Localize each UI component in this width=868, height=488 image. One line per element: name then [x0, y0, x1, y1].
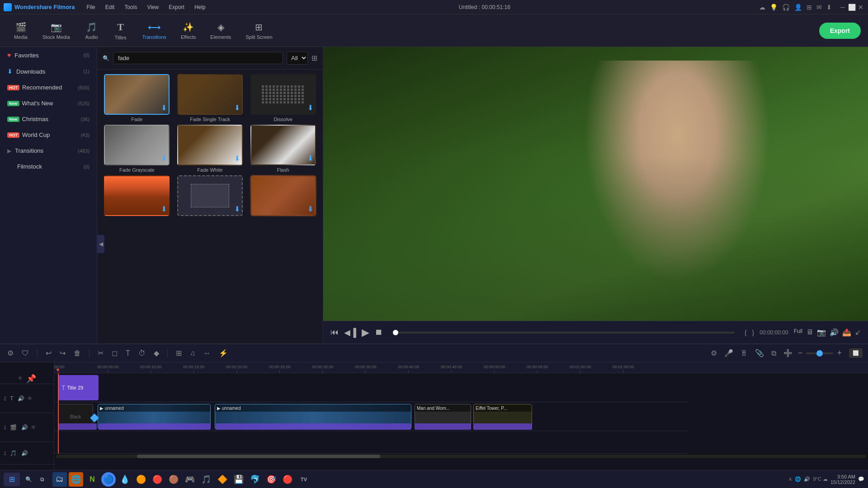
panel-worldcup[interactable]: HOT World Cup (43): [2, 127, 95, 142]
transition-fade-grayscale[interactable]: ⬇ Fade Grayscale: [102, 125, 172, 173]
cloud-icon[interactable]: ☁: [759, 4, 765, 11]
snapshot-icon[interactable]: 🖥: [806, 328, 813, 337]
tool-splitscreen[interactable]: ⊞ Split Screen: [239, 19, 278, 42]
transition-tool[interactable]: ↔: [202, 347, 212, 359]
panel-downloads[interactable]: ⬇ Downloads (1): [2, 64, 95, 79]
screenshot-icon[interactable]: 📷: [817, 328, 826, 337]
zoom-in-button[interactable]: +: [837, 348, 842, 358]
taskbar-spotify[interactable]: 🎵: [199, 472, 213, 487]
undo-tool[interactable]: ↩: [44, 347, 53, 359]
transition-dashed[interactable]: ⬇: [175, 175, 245, 218]
taskbar-chevron-up[interactable]: ∧: [788, 476, 792, 482]
play-button[interactable]: ▶: [362, 327, 369, 338]
taskbar-search-button[interactable]: 🔍: [22, 473, 35, 486]
tool-transitions[interactable]: ⟷ Transitions: [136, 19, 173, 42]
layout-icon[interactable]: ⊞: [807, 4, 812, 11]
shield-tool[interactable]: 🛡: [20, 347, 31, 359]
panel-christmas[interactable]: New Christmas (36): [2, 112, 95, 127]
taskbar-chrome[interactable]: 🔵: [101, 472, 116, 487]
taskbar-app6[interactable]: 💾: [231, 472, 246, 487]
video-eye-btn[interactable]: 👁: [31, 424, 36, 431]
cut-tool[interactable]: ✂: [96, 347, 105, 359]
export-button[interactable]: Export: [819, 23, 861, 39]
export-preview-icon[interactable]: 📤: [842, 328, 851, 337]
panel-favorites[interactable]: ♥ Favorites (0): [2, 47, 95, 63]
zoom-slider[interactable]: [806, 352, 833, 354]
taskbar-app4[interactable]: 🟤: [166, 472, 181, 487]
adjust-tool[interactable]: ⊞: [174, 347, 184, 359]
taskbar-file-explorer[interactable]: 🗂: [52, 472, 67, 487]
tool-audio[interactable]: 🎵 Audio: [78, 19, 105, 42]
mic-icon[interactable]: 🎤: [722, 347, 735, 359]
audio-tool[interactable]: ♫: [188, 347, 197, 359]
headphone-icon[interactable]: 🎧: [782, 4, 790, 11]
add-media-icon[interactable]: ➕: [782, 347, 794, 359]
zoom-out-button[interactable]: −: [798, 348, 803, 358]
stop-button[interactable]: ⏹: [375, 328, 383, 337]
maximize-button[interactable]: ⬜: [848, 4, 855, 11]
preview-timeline-slider[interactable]: [393, 332, 735, 333]
zoom-select[interactable]: Full: [794, 328, 802, 337]
redo-tool[interactable]: ↪: [58, 347, 67, 359]
panel-collapse-button[interactable]: ◀: [97, 235, 104, 253]
notification-icon[interactable]: 💬: [858, 476, 864, 482]
settings-tool[interactable]: ⚙: [5, 347, 15, 359]
color-tool[interactable]: ◆: [152, 347, 161, 359]
music-mute-btn[interactable]: 🔊: [21, 450, 28, 456]
taskbar-app1[interactable]: 💧: [118, 472, 132, 487]
marker-in-icon[interactable]: {: [745, 329, 747, 336]
scrollbar-thumb[interactable]: [137, 455, 380, 458]
delete-tool[interactable]: 🗑: [72, 347, 83, 359]
prev-frame-button[interactable]: ⏮: [330, 328, 339, 337]
minimize-button[interactable]: ─: [839, 4, 846, 11]
transition-fade[interactable]: ⬇ Fade: [102, 74, 172, 122]
transition-fade-white[interactable]: ⬇ Fade White: [175, 125, 245, 173]
add-track-button[interactable]: +: [18, 374, 23, 383]
transition-fade-single[interactable]: ⬇ Fade Single Track: [175, 74, 245, 122]
transition-mountain[interactable]: ⬇: [102, 175, 172, 218]
taskbar-teamviewer[interactable]: TV: [297, 472, 311, 487]
taskbar-app2[interactable]: 🟠: [134, 472, 148, 487]
menu-view[interactable]: View: [142, 3, 163, 11]
filter-select[interactable]: All: [287, 52, 308, 65]
menu-edit[interactable]: Edit: [101, 3, 119, 11]
download-icon[interactable]: ⬇: [826, 4, 832, 11]
transition-dissolve[interactable]: ⬇ Dissolve: [248, 74, 318, 122]
aspect-ratio-icon[interactable]: ↙: [855, 328, 861, 337]
taskbar-app8[interactable]: 🎯: [264, 472, 278, 487]
grid-view-button[interactable]: ⊞: [311, 54, 317, 62]
mix-icon[interactable]: 🎚: [739, 347, 750, 359]
taskbar-vlc[interactable]: 🔶: [215, 472, 230, 487]
play-back-button[interactable]: ◀▐: [344, 328, 356, 338]
tool-effects[interactable]: ✨ Effects: [175, 19, 202, 42]
tool-stock[interactable]: 📷 Stock Media: [36, 19, 76, 42]
taskbar-nvidia[interactable]: N: [85, 472, 99, 487]
add-pin-button[interactable]: 📌: [26, 374, 36, 384]
timeline-content[interactable]: 00:00 00:00:05:00 00:00:10:00 00:00:15:0…: [54, 362, 868, 488]
marker-out-icon[interactable]: }: [752, 329, 755, 336]
taskbar-taskview[interactable]: ⧉: [35, 473, 49, 486]
text-tool[interactable]: T: [124, 347, 132, 359]
panel-whatsnew[interactable]: New What's New (525): [2, 96, 95, 111]
tool-titles[interactable]: T Titles: [107, 19, 134, 43]
lightbulb-icon[interactable]: 💡: [770, 4, 778, 11]
taskbar-network-icon[interactable]: 🌐: [795, 476, 801, 482]
stitch-icon[interactable]: 📎: [753, 347, 766, 359]
search-input[interactable]: [113, 52, 283, 64]
speed-tool[interactable]: ⚡: [217, 347, 230, 359]
menu-tools[interactable]: Tools: [120, 3, 142, 11]
taskbar-app9[interactable]: 🔴: [280, 472, 295, 487]
tool-media[interactable]: 🎬 Media: [7, 19, 34, 42]
menu-file[interactable]: File: [82, 3, 99, 11]
select-tool[interactable]: ◻: [110, 347, 119, 359]
panel-recommended[interactable]: HOT Recommended (500): [2, 80, 95, 95]
video-mute-btn[interactable]: 🔊: [21, 424, 28, 431]
transition-blur[interactable]: ⬇: [248, 175, 318, 218]
account-icon[interactable]: 👤: [794, 4, 802, 11]
title-eye-btn[interactable]: 👁: [27, 395, 33, 402]
pip-icon[interactable]: ⧉: [769, 347, 778, 359]
clock-tool[interactable]: ⏱: [137, 347, 147, 359]
audio-preview-icon[interactable]: 🔊: [830, 328, 839, 337]
mail-icon[interactable]: ✉: [816, 4, 822, 11]
transition-flash[interactable]: ⬇ Flash: [248, 125, 318, 173]
